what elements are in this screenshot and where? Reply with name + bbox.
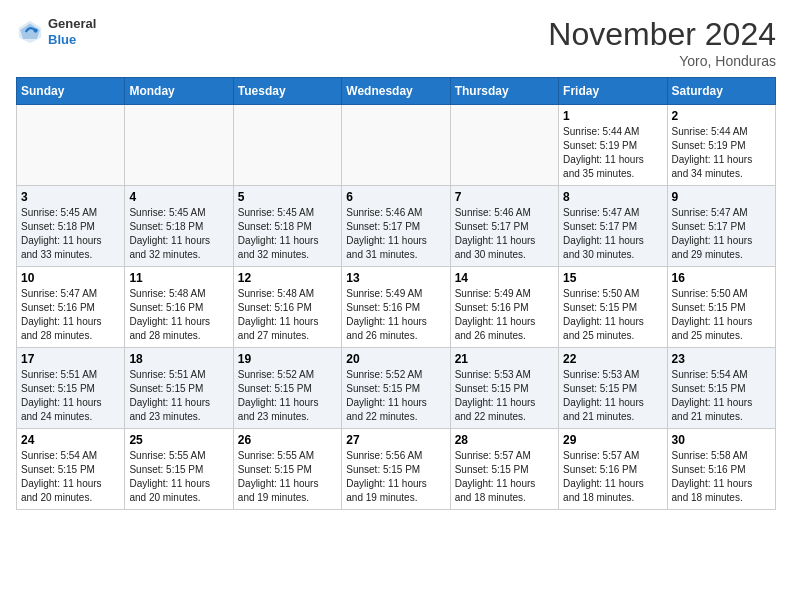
calendar-cell: 13Sunrise: 5:49 AM Sunset: 5:16 PM Dayli… bbox=[342, 267, 450, 348]
calendar-cell: 8Sunrise: 5:47 AM Sunset: 5:17 PM Daylig… bbox=[559, 186, 667, 267]
day-number: 6 bbox=[346, 190, 445, 204]
calendar-header-row: SundayMondayTuesdayWednesdayThursdayFrid… bbox=[17, 78, 776, 105]
day-info: Sunrise: 5:54 AM Sunset: 5:15 PM Dayligh… bbox=[21, 449, 120, 505]
calendar-cell: 28Sunrise: 5:57 AM Sunset: 5:15 PM Dayli… bbox=[450, 429, 558, 510]
day-info: Sunrise: 5:52 AM Sunset: 5:15 PM Dayligh… bbox=[346, 368, 445, 424]
day-number: 11 bbox=[129, 271, 228, 285]
calendar-cell: 20Sunrise: 5:52 AM Sunset: 5:15 PM Dayli… bbox=[342, 348, 450, 429]
day-info: Sunrise: 5:44 AM Sunset: 5:19 PM Dayligh… bbox=[672, 125, 771, 181]
day-number: 15 bbox=[563, 271, 662, 285]
day-info: Sunrise: 5:46 AM Sunset: 5:17 PM Dayligh… bbox=[346, 206, 445, 262]
day-number: 10 bbox=[21, 271, 120, 285]
day-number: 9 bbox=[672, 190, 771, 204]
day-number: 4 bbox=[129, 190, 228, 204]
calendar-cell bbox=[342, 105, 450, 186]
calendar-cell: 10Sunrise: 5:47 AM Sunset: 5:16 PM Dayli… bbox=[17, 267, 125, 348]
calendar-cell: 22Sunrise: 5:53 AM Sunset: 5:15 PM Dayli… bbox=[559, 348, 667, 429]
calendar-cell: 1Sunrise: 5:44 AM Sunset: 5:19 PM Daylig… bbox=[559, 105, 667, 186]
calendar-cell: 6Sunrise: 5:46 AM Sunset: 5:17 PM Daylig… bbox=[342, 186, 450, 267]
day-number: 7 bbox=[455, 190, 554, 204]
logo-blue: Blue bbox=[48, 32, 96, 48]
day-number: 13 bbox=[346, 271, 445, 285]
calendar-cell bbox=[17, 105, 125, 186]
month-title: November 2024 bbox=[548, 16, 776, 53]
day-number: 12 bbox=[238, 271, 337, 285]
calendar-cell: 9Sunrise: 5:47 AM Sunset: 5:17 PM Daylig… bbox=[667, 186, 775, 267]
weekday-header: Friday bbox=[559, 78, 667, 105]
calendar-cell: 15Sunrise: 5:50 AM Sunset: 5:15 PM Dayli… bbox=[559, 267, 667, 348]
calendar-week-row: 3Sunrise: 5:45 AM Sunset: 5:18 PM Daylig… bbox=[17, 186, 776, 267]
logo-icon bbox=[16, 18, 44, 46]
day-number: 29 bbox=[563, 433, 662, 447]
calendar-cell: 16Sunrise: 5:50 AM Sunset: 5:15 PM Dayli… bbox=[667, 267, 775, 348]
logo-general: General bbox=[48, 16, 96, 32]
title-block: November 2024 Yoro, Honduras bbox=[548, 16, 776, 69]
calendar-cell: 2Sunrise: 5:44 AM Sunset: 5:19 PM Daylig… bbox=[667, 105, 775, 186]
calendar-cell: 11Sunrise: 5:48 AM Sunset: 5:16 PM Dayli… bbox=[125, 267, 233, 348]
calendar-table: SundayMondayTuesdayWednesdayThursdayFrid… bbox=[16, 77, 776, 510]
weekday-header: Wednesday bbox=[342, 78, 450, 105]
calendar-cell: 29Sunrise: 5:57 AM Sunset: 5:16 PM Dayli… bbox=[559, 429, 667, 510]
day-number: 14 bbox=[455, 271, 554, 285]
calendar-cell: 24Sunrise: 5:54 AM Sunset: 5:15 PM Dayli… bbox=[17, 429, 125, 510]
calendar-cell: 17Sunrise: 5:51 AM Sunset: 5:15 PM Dayli… bbox=[17, 348, 125, 429]
day-number: 2 bbox=[672, 109, 771, 123]
weekday-header: Tuesday bbox=[233, 78, 341, 105]
calendar-cell: 12Sunrise: 5:48 AM Sunset: 5:16 PM Dayli… bbox=[233, 267, 341, 348]
calendar-cell: 14Sunrise: 5:49 AM Sunset: 5:16 PM Dayli… bbox=[450, 267, 558, 348]
day-info: Sunrise: 5:53 AM Sunset: 5:15 PM Dayligh… bbox=[455, 368, 554, 424]
day-info: Sunrise: 5:57 AM Sunset: 5:16 PM Dayligh… bbox=[563, 449, 662, 505]
day-number: 18 bbox=[129, 352, 228, 366]
day-number: 3 bbox=[21, 190, 120, 204]
calendar-cell bbox=[125, 105, 233, 186]
day-info: Sunrise: 5:53 AM Sunset: 5:15 PM Dayligh… bbox=[563, 368, 662, 424]
day-number: 23 bbox=[672, 352, 771, 366]
calendar-week-row: 17Sunrise: 5:51 AM Sunset: 5:15 PM Dayli… bbox=[17, 348, 776, 429]
day-info: Sunrise: 5:58 AM Sunset: 5:16 PM Dayligh… bbox=[672, 449, 771, 505]
logo: General Blue bbox=[16, 16, 96, 47]
day-info: Sunrise: 5:46 AM Sunset: 5:17 PM Dayligh… bbox=[455, 206, 554, 262]
day-number: 5 bbox=[238, 190, 337, 204]
day-number: 25 bbox=[129, 433, 228, 447]
day-number: 1 bbox=[563, 109, 662, 123]
day-info: Sunrise: 5:52 AM Sunset: 5:15 PM Dayligh… bbox=[238, 368, 337, 424]
weekday-header: Sunday bbox=[17, 78, 125, 105]
calendar-cell: 25Sunrise: 5:55 AM Sunset: 5:15 PM Dayli… bbox=[125, 429, 233, 510]
day-number: 28 bbox=[455, 433, 554, 447]
day-info: Sunrise: 5:55 AM Sunset: 5:15 PM Dayligh… bbox=[238, 449, 337, 505]
calendar-cell: 7Sunrise: 5:46 AM Sunset: 5:17 PM Daylig… bbox=[450, 186, 558, 267]
day-info: Sunrise: 5:51 AM Sunset: 5:15 PM Dayligh… bbox=[21, 368, 120, 424]
weekday-header: Thursday bbox=[450, 78, 558, 105]
day-number: 22 bbox=[563, 352, 662, 366]
day-info: Sunrise: 5:50 AM Sunset: 5:15 PM Dayligh… bbox=[672, 287, 771, 343]
day-number: 17 bbox=[21, 352, 120, 366]
calendar-cell: 5Sunrise: 5:45 AM Sunset: 5:18 PM Daylig… bbox=[233, 186, 341, 267]
calendar-cell: 30Sunrise: 5:58 AM Sunset: 5:16 PM Dayli… bbox=[667, 429, 775, 510]
calendar-cell: 23Sunrise: 5:54 AM Sunset: 5:15 PM Dayli… bbox=[667, 348, 775, 429]
calendar-cell: 3Sunrise: 5:45 AM Sunset: 5:18 PM Daylig… bbox=[17, 186, 125, 267]
day-number: 19 bbox=[238, 352, 337, 366]
day-info: Sunrise: 5:44 AM Sunset: 5:19 PM Dayligh… bbox=[563, 125, 662, 181]
calendar-cell: 18Sunrise: 5:51 AM Sunset: 5:15 PM Dayli… bbox=[125, 348, 233, 429]
day-info: Sunrise: 5:55 AM Sunset: 5:15 PM Dayligh… bbox=[129, 449, 228, 505]
day-info: Sunrise: 5:51 AM Sunset: 5:15 PM Dayligh… bbox=[129, 368, 228, 424]
calendar-week-row: 1Sunrise: 5:44 AM Sunset: 5:19 PM Daylig… bbox=[17, 105, 776, 186]
calendar-cell bbox=[233, 105, 341, 186]
day-number: 24 bbox=[21, 433, 120, 447]
calendar-cell: 26Sunrise: 5:55 AM Sunset: 5:15 PM Dayli… bbox=[233, 429, 341, 510]
day-info: Sunrise: 5:45 AM Sunset: 5:18 PM Dayligh… bbox=[21, 206, 120, 262]
weekday-header: Saturday bbox=[667, 78, 775, 105]
calendar-week-row: 10Sunrise: 5:47 AM Sunset: 5:16 PM Dayli… bbox=[17, 267, 776, 348]
svg-point-2 bbox=[34, 28, 38, 32]
day-number: 30 bbox=[672, 433, 771, 447]
day-info: Sunrise: 5:47 AM Sunset: 5:17 PM Dayligh… bbox=[563, 206, 662, 262]
day-info: Sunrise: 5:56 AM Sunset: 5:15 PM Dayligh… bbox=[346, 449, 445, 505]
day-number: 16 bbox=[672, 271, 771, 285]
day-number: 8 bbox=[563, 190, 662, 204]
day-info: Sunrise: 5:49 AM Sunset: 5:16 PM Dayligh… bbox=[455, 287, 554, 343]
day-info: Sunrise: 5:47 AM Sunset: 5:17 PM Dayligh… bbox=[672, 206, 771, 262]
day-info: Sunrise: 5:47 AM Sunset: 5:16 PM Dayligh… bbox=[21, 287, 120, 343]
calendar-cell: 4Sunrise: 5:45 AM Sunset: 5:18 PM Daylig… bbox=[125, 186, 233, 267]
day-number: 27 bbox=[346, 433, 445, 447]
day-info: Sunrise: 5:54 AM Sunset: 5:15 PM Dayligh… bbox=[672, 368, 771, 424]
